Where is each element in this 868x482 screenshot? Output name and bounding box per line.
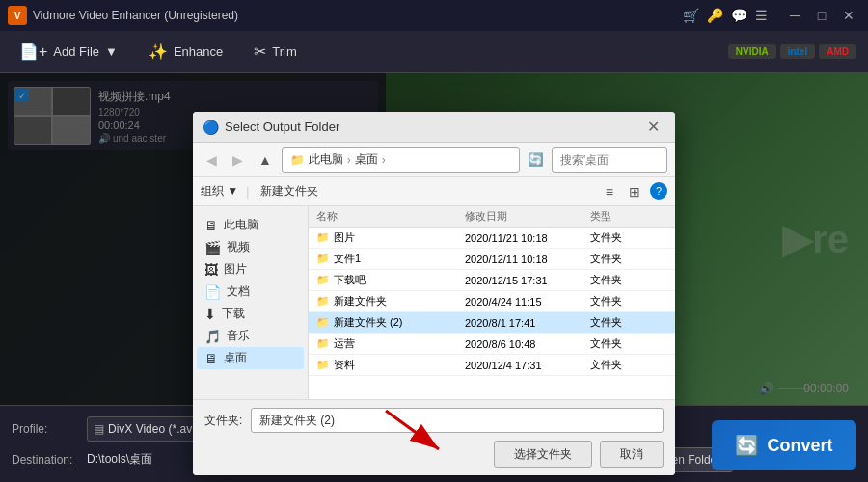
view-details-button[interactable]: ⊞ <box>623 182 646 201</box>
folder-icon: 📁 <box>316 253 330 265</box>
enhance-icon: ✨ <box>149 42 168 61</box>
profile-icon: ▤ <box>94 422 104 436</box>
add-file-label: Add File <box>53 44 99 59</box>
nav-refresh-button[interactable]: 🔄 <box>524 148 548 171</box>
music-icon: 🎵 <box>204 329 221 344</box>
sidebar-item-desktop[interactable]: 🖥 桌面 <box>197 347 304 369</box>
sidebar-downloads-label: 下载 <box>222 306 245 322</box>
dialog-toolbar: 组织 ▼ | 新建文件夹 ≡ ⊞ ? <box>193 177 675 206</box>
folder-icon: 📁 <box>316 359 330 371</box>
destination-label: Destination: <box>12 453 79 467</box>
chat-icon[interactable]: 💬 <box>731 8 747 23</box>
table-row[interactable]: 📁运营 2020/8/6 10:48 文件夹 <box>309 334 675 355</box>
sidebar-documents-label: 文档 <box>227 283 250 300</box>
help-button[interactable]: ? <box>650 182 667 200</box>
dialog-title-icon: 🔵 <box>203 120 219 135</box>
key-icon[interactable]: 🔑 <box>707 8 723 23</box>
documents-icon: 📄 <box>204 284 221 300</box>
sidebar-pictures-label: 图片 <box>224 261 247 278</box>
sidebar-music-label: 音乐 <box>227 328 250 344</box>
dialog-close-button[interactable]: ✕ <box>641 116 665 138</box>
dialog-sidebar: 🖥 此电脑 🎬 视频 🖼 图片 📄 文档 <box>193 206 309 399</box>
add-file-icon: 📄+ <box>19 42 47 61</box>
nav-path-pc: 📁 <box>290 153 305 167</box>
sidebar-mypc-label: 此电脑 <box>224 217 258 233</box>
menu-icon[interactable]: ☰ <box>755 8 768 23</box>
sidebar-item-video[interactable]: 🎬 视频 <box>197 236 304 258</box>
folder-label: 文件夹: <box>204 413 243 429</box>
table-row[interactable]: 📁图片 2020/11/21 10:18 文件夹 <box>309 228 675 249</box>
nav-path-mypc[interactable]: 此电脑 <box>309 151 343 168</box>
convert-icon: 🔄 <box>735 434 759 457</box>
trim-label: Trim <box>272 44 297 59</box>
col-type: 类型 <box>590 209 667 224</box>
gpu-badges: NVIDIA intel AMD <box>728 44 856 59</box>
enhance-label: Enhance <box>174 44 223 59</box>
titlebar: V Vidmore Video Enhancer (Unregistered) … <box>0 0 868 31</box>
nvidia-badge: NVIDIA <box>728 44 776 59</box>
view-list-button[interactable]: ≡ <box>600 182 619 201</box>
mypc-icon: 🖥 <box>204 218 218 233</box>
nav-path: 📁 此电脑 › 桌面 › <box>282 147 520 173</box>
folder-input-row: 文件夹: <box>204 408 664 433</box>
convert-button[interactable]: 🔄 Convert <box>712 420 856 470</box>
select-folder-button[interactable]: 选择文件夹 <box>494 441 592 468</box>
table-row[interactable]: 📁下载吧 2020/12/15 17:31 文件夹 <box>309 270 675 291</box>
dialog-nav: ◀ ▶ ▲ 📁 此电脑 › 桌面 › 🔄 🔍 <box>193 143 675 177</box>
col-name: 名称 <box>316 209 465 224</box>
trim-button[interactable]: ✂ Trim <box>246 39 305 65</box>
sidebar-item-downloads[interactable]: ⬇ 下载 <box>197 303 304 325</box>
table-row-selected[interactable]: 📁新建文件夹 (2) 2020/8/1 17:41 文件夹 <box>309 312 675 334</box>
minimize-button[interactable]: ─ <box>783 6 806 25</box>
sidebar-video-label: 视频 <box>227 239 250 255</box>
folder-icon: 📁 <box>316 295 330 308</box>
toolbar: 📄+ Add File ▼ ✨ Enhance ✂ Trim NVIDIA in… <box>0 31 868 73</box>
organize-dropdown[interactable]: 组织 ▼ <box>201 183 238 200</box>
dialog-titlebar: 🔵 Select Output Folder ✕ <box>193 112 675 143</box>
nav-path-desktop[interactable]: 桌面 <box>355 151 378 168</box>
titlebar-icons: 🛒 🔑 💬 ☰ <box>683 8 768 23</box>
sidebar-item-music[interactable]: 🎵 音乐 <box>197 325 304 347</box>
table-row[interactable]: 📁文件1 2020/12/11 10:18 文件夹 <box>309 249 675 270</box>
filelist-header: 名称 修改日期 类型 <box>309 206 675 228</box>
nav-forward-button[interactable]: ▶ <box>227 148 249 172</box>
select-output-dialog: 🔵 Select Output Folder ✕ ◀ ▶ ▲ 📁 此电脑 › 桌… <box>193 112 675 475</box>
col-modified: 修改日期 <box>465 209 590 224</box>
sidebar-item-mypc[interactable]: 🖥 此电脑 <box>197 214 304 236</box>
dialog-filelist: 名称 修改日期 类型 📁图片 2020/11/21 10:18 文件夹 📁文件1… <box>309 206 675 399</box>
folder-icon: 📁 <box>316 316 330 329</box>
cart-icon[interactable]: 🛒 <box>683 8 699 23</box>
maximize-button[interactable]: □ <box>810 6 833 25</box>
table-row[interactable]: 📁新建文件夹 2020/4/24 11:15 文件夹 <box>309 291 675 312</box>
convert-label: Convert <box>767 436 832 456</box>
trim-icon: ✂ <box>254 42 266 61</box>
folder-icon: 📁 <box>316 274 330 286</box>
nav-back-button[interactable]: ◀ <box>201 148 223 172</box>
dialog-title-text: Select Output Folder <box>225 120 641 134</box>
profile-label: Profile: <box>12 422 79 436</box>
table-row[interactable]: 📁资料 2020/12/4 17:31 文件夹 <box>309 355 675 376</box>
sidebar-item-pictures[interactable]: 🖼 图片 <box>197 258 304 281</box>
sidebar-desktop-label: 桌面 <box>224 350 247 366</box>
folder-icon: 📁 <box>316 337 330 350</box>
pictures-icon: 🖼 <box>204 262 218 278</box>
intel-badge: intel <box>780 44 816 59</box>
nav-up-button[interactable]: ▲ <box>253 148 278 172</box>
enhance-button[interactable]: ✨ Enhance <box>141 39 231 65</box>
search-input[interactable] <box>560 153 675 167</box>
folder-icon: 📁 <box>316 231 330 244</box>
dialog-overlay: 🔵 Select Output Folder ✕ ◀ ▶ ▲ 📁 此电脑 › 桌… <box>0 73 868 405</box>
cancel-button[interactable]: 取消 <box>600 441 664 468</box>
sidebar-item-documents[interactable]: 📄 文档 <box>197 281 304 303</box>
add-file-button[interactable]: 📄+ Add File ▼ <box>12 39 125 65</box>
new-folder-button[interactable]: 新建文件夹 <box>257 181 322 201</box>
desktop-icon: 🖥 <box>204 351 218 366</box>
amd-badge: AMD <box>819 44 856 59</box>
folder-input[interactable] <box>251 408 664 433</box>
close-button[interactable]: ✕ <box>837 6 860 25</box>
app-logo: V <box>8 6 27 25</box>
app-title: Vidmore Video Enhancer (Unregistered) <box>33 9 683 22</box>
nav-search: 🔍 <box>552 147 667 173</box>
downloads-icon: ⬇ <box>204 307 216 322</box>
video-icon: 🎬 <box>204 240 221 255</box>
